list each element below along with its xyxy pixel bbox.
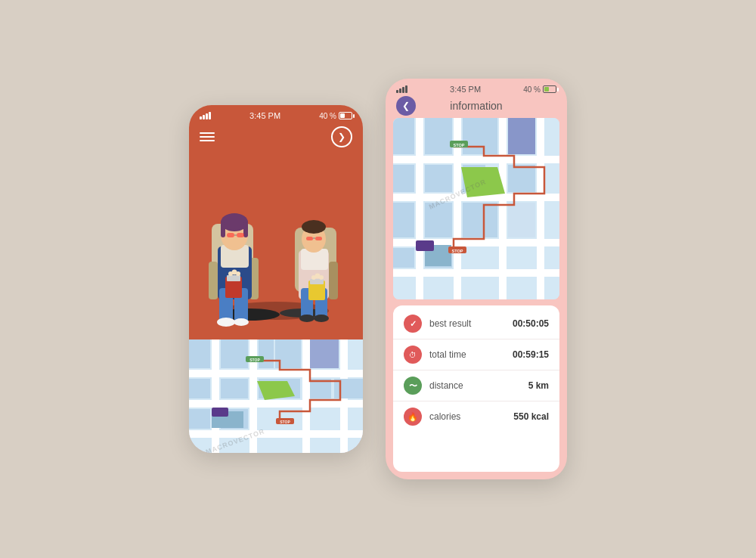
cinema-image [189, 153, 363, 339]
best-result-value: 00:50:05 [513, 318, 549, 329]
svg-rect-93 [508, 203, 535, 237]
page-title: information [450, 100, 502, 112]
stat-row-calories: 🔥 calories 550 kcal [393, 401, 559, 432]
phone1-time: 3:45 PM [249, 111, 280, 120]
total-time-value: 00:59:15 [513, 349, 549, 360]
phone1-map: STOP STOP MACROVECTOR [189, 339, 363, 453]
distance-value: 5 km [528, 380, 549, 391]
svg-rect-102 [416, 240, 434, 251]
svg-rect-88 [508, 165, 535, 192]
svg-rect-57 [189, 379, 210, 398]
calories-value: 550 kcal [513, 411, 549, 422]
phone1: 3:45 PM 40 % ❯ [189, 105, 363, 453]
svg-rect-52 [221, 339, 248, 368]
battery-icon2 [543, 85, 556, 93]
total-time-label: total time [429, 349, 505, 360]
svg-point-42 [319, 275, 324, 280]
svg-rect-90 [425, 203, 452, 237]
svg-rect-85 [393, 165, 414, 192]
phone2-battery-pct: 40 % [523, 85, 541, 94]
svg-point-26 [236, 271, 240, 276]
phone2-header: ❮ information [386, 97, 567, 118]
svg-rect-8 [329, 262, 338, 299]
svg-rect-51 [189, 339, 210, 368]
calories-label: calories [429, 411, 506, 422]
next-button[interactable]: ❯ [331, 126, 352, 147]
map-svg-2: STOP STOP [393, 118, 559, 299]
svg-rect-91 [463, 203, 497, 237]
svg-rect-62 [189, 409, 210, 429]
svg-rect-89 [393, 203, 414, 237]
phone1-battery-pct: 40 % [319, 112, 336, 120]
svg-text:STOP: STOP [452, 249, 463, 253]
svg-rect-56 [310, 339, 339, 368]
phone2: 3:45 PM 40 % ❮ information [386, 79, 567, 479]
phone2-status-bar: 3:45 PM 40 % [386, 79, 567, 97]
svg-rect-47 [212, 339, 219, 453]
svg-point-31 [314, 315, 329, 322]
app-container: 3:45 PM 40 % ❯ [189, 79, 567, 479]
svg-point-12 [217, 318, 235, 327]
svg-rect-82 [463, 118, 497, 154]
svg-rect-53 [259, 339, 274, 368]
svg-text:STOP: STOP [280, 420, 290, 424]
svg-rect-17 [221, 222, 225, 237]
distance-label: distance [429, 380, 521, 391]
best-result-label: best result [429, 318, 505, 329]
svg-rect-76 [416, 118, 423, 299]
chevron-left-icon: ❮ [402, 101, 410, 111]
svg-rect-49 [302, 339, 310, 453]
stat-row-distance: 〜 distance 5 km [393, 370, 559, 401]
svg-rect-86 [425, 165, 452, 192]
total-time-icon: ⏱ [404, 346, 422, 364]
calories-icon: 🔥 [404, 408, 422, 426]
battery-icon [339, 112, 352, 119]
map-svg-1: STOP STOP [189, 339, 363, 453]
svg-text:STOP: STOP [454, 143, 465, 147]
svg-rect-70 [212, 408, 228, 417]
svg-rect-35 [306, 237, 313, 240]
menu-button[interactable] [200, 132, 215, 141]
stat-row-best-result: ✓ best result 00:50:05 [393, 308, 559, 339]
svg-point-34 [302, 220, 326, 234]
svg-rect-81 [425, 118, 452, 154]
svg-rect-23 [227, 275, 240, 281]
svg-marker-96 [461, 167, 505, 197]
distance-icon: 〜 [404, 377, 422, 395]
stats-panel: ✓ best result 00:50:05 ⏱ total time 00:5… [393, 305, 559, 472]
svg-rect-84 [508, 118, 535, 154]
svg-rect-39 [310, 279, 324, 284]
svg-point-30 [299, 315, 314, 322]
back-button[interactable]: ❮ [396, 96, 416, 116]
stat-row-total-time: ⏱ total time 00:59:15 [393, 339, 559, 370]
best-result-icon: ✓ [404, 315, 422, 333]
signal-icon [200, 112, 211, 119]
svg-rect-94 [393, 248, 414, 268]
svg-rect-20 [237, 233, 244, 237]
phone2-time: 3:45 PM [450, 85, 481, 94]
svg-text:STOP: STOP [249, 358, 260, 362]
cinema-scene-svg [189, 153, 363, 339]
signal-icon2 [396, 85, 407, 93]
phone1-header: ❯ [189, 123, 363, 153]
svg-rect-78 [499, 118, 507, 299]
svg-rect-19 [227, 233, 234, 237]
phone1-status-bar: 3:45 PM 40 % [189, 105, 363, 123]
svg-rect-80 [393, 118, 414, 154]
svg-rect-6 [209, 262, 218, 299]
svg-rect-79 [537, 118, 544, 299]
svg-point-13 [234, 318, 249, 326]
phone2-map: STOP STOP MACROVECTOR [393, 118, 559, 299]
chevron-right-icon: ❯ [338, 132, 345, 142]
svg-rect-58 [221, 379, 248, 398]
svg-rect-36 [315, 237, 322, 240]
